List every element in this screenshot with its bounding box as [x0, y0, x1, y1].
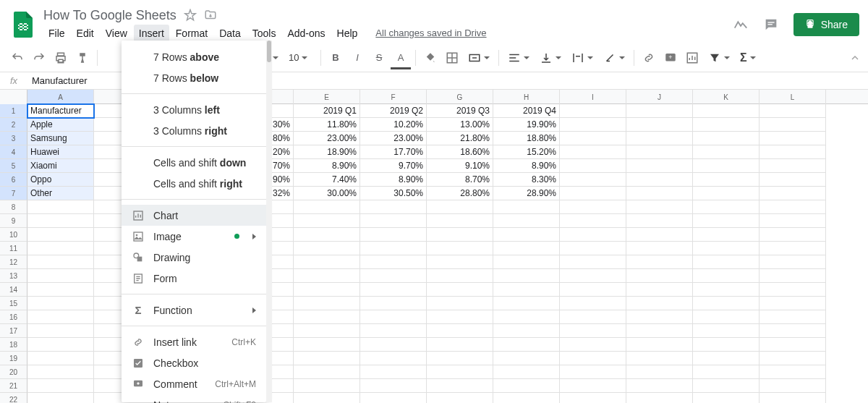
- borders-button[interactable]: [442, 48, 462, 68]
- cell[interactable]: [560, 104, 626, 118]
- insert-checkbox[interactable]: Checkbox: [122, 352, 266, 373]
- row-header[interactable]: 5: [0, 159, 27, 173]
- cell[interactable]: [560, 214, 626, 228]
- cell[interactable]: [360, 297, 427, 310]
- cell[interactable]: 10.20%: [360, 118, 427, 132]
- cell[interactable]: [27, 269, 94, 283]
- row-header[interactable]: 21: [0, 379, 27, 393]
- fill-color-button[interactable]: [420, 48, 441, 68]
- cell[interactable]: [294, 283, 360, 297]
- cell[interactable]: [760, 310, 826, 324]
- cell[interactable]: [294, 352, 360, 365]
- column-header[interactable]: G: [427, 90, 493, 104]
- cell[interactable]: 2019 Q1: [294, 104, 360, 118]
- cell[interactable]: [493, 200, 560, 214]
- cell[interactable]: [360, 269, 427, 283]
- cell[interactable]: [626, 214, 693, 228]
- cell[interactable]: [560, 118, 626, 132]
- cell[interactable]: [27, 200, 94, 214]
- insert-cols-left[interactable]: 3 Columns left: [122, 99, 266, 120]
- cell[interactable]: [693, 214, 760, 228]
- cell[interactable]: [760, 283, 826, 297]
- cell[interactable]: [560, 173, 626, 187]
- cell[interactable]: [693, 242, 760, 255]
- sheets-logo[interactable]: [9, 10, 38, 39]
- row-header[interactable]: 7: [0, 187, 27, 200]
- menu-file[interactable]: File: [43, 25, 70, 42]
- cell[interactable]: [760, 393, 826, 403]
- cell[interactable]: [427, 352, 493, 365]
- redo-button[interactable]: [29, 48, 49, 68]
- cell[interactable]: [427, 242, 493, 255]
- functions-button[interactable]: Σ: [736, 48, 760, 67]
- cell[interactable]: [427, 324, 493, 338]
- cell[interactable]: 9.70%: [360, 159, 427, 173]
- insert-form[interactable]: Form: [122, 268, 266, 289]
- cell[interactable]: [493, 393, 560, 403]
- cell[interactable]: [493, 365, 560, 379]
- cell[interactable]: [693, 145, 760, 159]
- cell[interactable]: [760, 297, 826, 310]
- cell[interactable]: [27, 297, 94, 310]
- cell[interactable]: 30.00%: [294, 187, 360, 200]
- cell[interactable]: 13.00%: [427, 118, 493, 132]
- insert-rows-above[interactable]: 7 Rows above: [122, 46, 266, 67]
- cell[interactable]: [427, 365, 493, 379]
- cell[interactable]: [360, 324, 427, 338]
- cell[interactable]: [560, 187, 626, 200]
- cell[interactable]: 28.90%: [493, 187, 560, 200]
- cell[interactable]: [626, 242, 693, 255]
- cell[interactable]: 8.30%: [493, 173, 560, 187]
- cell[interactable]: Samsung: [27, 132, 94, 145]
- cell[interactable]: 18.80%: [493, 132, 560, 145]
- cell[interactable]: [27, 352, 94, 365]
- cell[interactable]: [693, 324, 760, 338]
- cell[interactable]: [560, 297, 626, 310]
- comments-icon[interactable]: [763, 17, 779, 33]
- cell[interactable]: [493, 324, 560, 338]
- row-header[interactable]: 1: [0, 104, 27, 118]
- cell[interactable]: [693, 187, 760, 200]
- activity-icon[interactable]: [733, 17, 749, 33]
- cell[interactable]: [560, 228, 626, 242]
- cell[interactable]: 18.90%: [294, 145, 360, 159]
- column-header[interactable]: J: [626, 90, 693, 104]
- column-header[interactable]: F: [360, 90, 427, 104]
- cell[interactable]: [427, 200, 493, 214]
- column-header[interactable]: I: [560, 90, 626, 104]
- row-header[interactable]: 19: [0, 352, 27, 365]
- cell[interactable]: [626, 145, 693, 159]
- cell[interactable]: [294, 310, 360, 324]
- insert-chart-button[interactable]: [682, 48, 702, 68]
- cell[interactable]: [27, 393, 94, 403]
- cell[interactable]: [626, 379, 693, 393]
- insert-link[interactable]: Insert linkCtrl+K: [122, 331, 266, 352]
- menu-data[interactable]: Data: [214, 25, 246, 42]
- insert-comment[interactable]: CommentCtrl+Alt+M: [122, 373, 266, 394]
- cell[interactable]: [360, 365, 427, 379]
- cell[interactable]: [427, 269, 493, 283]
- cell[interactable]: [693, 352, 760, 365]
- cell[interactable]: [626, 338, 693, 352]
- cell[interactable]: [360, 310, 427, 324]
- cell[interactable]: [626, 118, 693, 132]
- cell[interactable]: [626, 228, 693, 242]
- menu-insert[interactable]: Insert: [134, 25, 169, 42]
- italic-button[interactable]: I: [347, 48, 367, 68]
- cell[interactable]: 30.50%: [360, 187, 427, 200]
- menu-help[interactable]: Help: [332, 25, 363, 42]
- font-size-dropdown[interactable]: 10: [284, 49, 316, 66]
- row-header[interactable]: 10: [0, 228, 27, 242]
- cell[interactable]: [294, 255, 360, 269]
- formula-value[interactable]: Manufacturer: [27, 75, 88, 86]
- cell[interactable]: [360, 242, 427, 255]
- cell[interactable]: 19.90%: [493, 118, 560, 132]
- cell[interactable]: [693, 283, 760, 297]
- row-header[interactable]: 9: [0, 214, 27, 228]
- cell[interactable]: [626, 104, 693, 118]
- cell[interactable]: Apple: [27, 118, 94, 132]
- cell[interactable]: [360, 255, 427, 269]
- insert-image[interactable]: Image: [122, 226, 266, 247]
- row-header[interactable]: 18: [0, 338, 27, 352]
- cell[interactable]: [560, 283, 626, 297]
